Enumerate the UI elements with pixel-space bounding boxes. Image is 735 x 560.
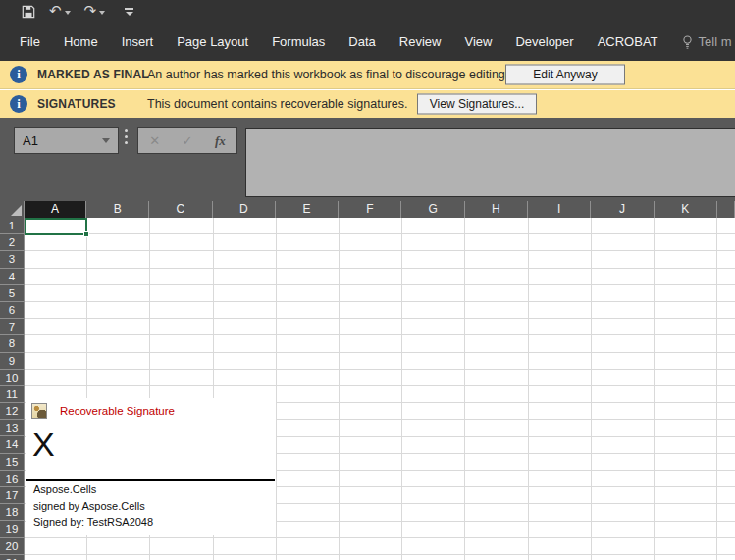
select-all-button[interactable] [0, 201, 25, 218]
info-icon: i [10, 66, 27, 83]
tab-home[interactable]: Home [64, 34, 98, 49]
excel-window: ↶ ↷ FileHomeInsertPage LayoutFormulasDat… [0, 0, 735, 560]
undo-dropdown-icon[interactable] [65, 11, 71, 15]
signature-header: Recoverable Signature [31, 403, 175, 419]
signature-certificate: Signed by: TestRSA2048 [33, 516, 153, 528]
tab-formulas[interactable]: Formulas [272, 34, 325, 49]
column-header-f[interactable]: F [339, 201, 401, 218]
signature-stamp-icon [31, 403, 47, 419]
fill-handle[interactable] [83, 231, 89, 237]
spreadsheet-grid: ABCDEFGHIJK 1234567891011121314151617181… [0, 201, 735, 560]
column-header-partial[interactable] [717, 201, 735, 218]
lightbulb-icon [682, 35, 693, 49]
tab-developer[interactable]: Developer [515, 34, 573, 49]
signature-x-mark: X [32, 428, 55, 461]
customize-qat-button[interactable] [125, 8, 133, 16]
name-box-dropdown-icon[interactable] [102, 138, 110, 143]
row-header-14[interactable]: 14 [0, 436, 25, 453]
row-header-3[interactable]: 3 [0, 251, 25, 268]
cancel-icon[interactable]: ✕ [149, 133, 160, 148]
name-box[interactable]: A1 [14, 127, 119, 154]
row-headers: 123456789101112131415161718192021 [0, 218, 25, 560]
redo-dropdown-icon[interactable] [99, 11, 105, 15]
quick-access-toolbar: ↶ ↷ [22, 4, 133, 19]
row-header-17[interactable]: 17 [0, 487, 25, 504]
message-bar-signatures: i SIGNATURES This document contains reco… [0, 90, 735, 118]
row-header-2[interactable]: 2 [0, 234, 25, 251]
row-header-9[interactable]: 9 [0, 353, 25, 370]
save-icon [22, 5, 35, 19]
row-header-6[interactable]: 6 [0, 302, 25, 319]
redo-icon: ↷ [84, 4, 97, 19]
row-header-10[interactable]: 10 [0, 370, 25, 386]
tab-file[interactable]: File [20, 34, 40, 49]
message-bar-text: An author has marked this workbook as fi… [147, 68, 508, 81]
tab-data[interactable]: Data [348, 34, 375, 49]
tab-review[interactable]: Review [399, 34, 442, 49]
column-header-k[interactable]: K [655, 201, 717, 218]
column-header-g[interactable]: G [401, 201, 464, 218]
title-bar: ↶ ↷ [0, 0, 735, 23]
row-header-16[interactable]: 16 [0, 471, 25, 487]
undo-icon: ↶ [49, 4, 62, 19]
insert-function-icon[interactable]: fx [215, 133, 226, 149]
column-header-h[interactable]: H [465, 201, 528, 218]
row-header-8[interactable]: 8 [0, 335, 25, 352]
message-bar-text: This document contains recoverable signa… [147, 97, 407, 111]
tab-page-layout[interactable]: Page Layout [177, 34, 248, 49]
row-header-4[interactable]: 4 [0, 269, 25, 285]
customize-qat-caret-icon [126, 12, 133, 16]
row-header-13[interactable]: 13 [0, 420, 25, 436]
signature-title: Recoverable Signature [60, 405, 175, 417]
formula-bar-buttons: ✕ ✓ fx [137, 127, 237, 154]
column-header-i[interactable]: I [528, 201, 591, 218]
formula-bar-region: A1 ✕ ✓ fx [0, 118, 735, 201]
save-button[interactable] [22, 5, 35, 19]
message-bar-marked-as-final: i MARKED AS FINAL An author has marked t… [0, 61, 735, 89]
tell-me-label: Tell m [699, 34, 732, 49]
column-header-c[interactable]: C [149, 201, 212, 218]
tab-insert[interactable]: Insert [122, 34, 154, 49]
row-header-1[interactable]: 1 [0, 218, 25, 234]
row-header-19[interactable]: 19 [0, 521, 25, 537]
row-header-5[interactable]: 5 [0, 285, 25, 302]
select-all-icon [11, 205, 22, 216]
signature-line [26, 479, 275, 481]
row-header-20[interactable]: 20 [0, 538, 25, 555]
row-header-21[interactable]: 21 [0, 555, 25, 560]
column-header-j[interactable]: J [591, 201, 654, 218]
row-header-18[interactable]: 18 [0, 504, 25, 521]
customize-qat-icon [125, 8, 133, 10]
row-header-12[interactable]: 12 [0, 403, 25, 420]
column-header-d[interactable]: D [213, 201, 276, 218]
signature-object[interactable]: Recoverable Signature X Aspose.Cells sig… [26, 398, 276, 535]
column-header-b[interactable]: B [86, 201, 149, 218]
message-bar-label: SIGNATURES [37, 97, 116, 111]
tab-acrobat[interactable]: ACROBAT [598, 34, 658, 49]
formula-bar-input[interactable] [245, 128, 735, 197]
column-headers: ABCDEFGHIJK [0, 201, 735, 218]
redo-button[interactable]: ↷ [84, 4, 106, 19]
signature-signer-name: Aspose.Cells [33, 484, 96, 495]
column-header-e[interactable]: E [276, 201, 339, 218]
formula-bar-grip-icon [125, 129, 128, 144]
tell-me-box[interactable]: Tell m [682, 34, 732, 49]
name-box-value: A1 [15, 133, 102, 148]
row-header-7[interactable]: 7 [0, 319, 25, 335]
signature-signed-by: signed by Aspose.Cells [33, 500, 145, 512]
selected-cell-a1[interactable] [25, 218, 87, 235]
row-header-15[interactable]: 15 [0, 454, 25, 471]
view-signatures-button[interactable]: View Signatures... [417, 94, 537, 115]
info-icon: i [10, 95, 27, 113]
row-header-11[interactable]: 11 [0, 386, 25, 403]
column-header-a[interactable]: A [25, 201, 86, 218]
enter-icon[interactable]: ✓ [183, 133, 193, 148]
undo-button[interactable]: ↶ [49, 4, 71, 19]
edit-anyway-button[interactable]: Edit Anyway [505, 65, 625, 85]
ribbon-tab-strip: FileHomeInsertPage LayoutFormulasDataRev… [0, 23, 735, 61]
message-bar-label: MARKED AS FINAL [37, 68, 149, 81]
cells-area[interactable]: Recoverable Signature X Aspose.Cells sig… [25, 218, 735, 560]
tab-view[interactable]: View [464, 34, 492, 49]
